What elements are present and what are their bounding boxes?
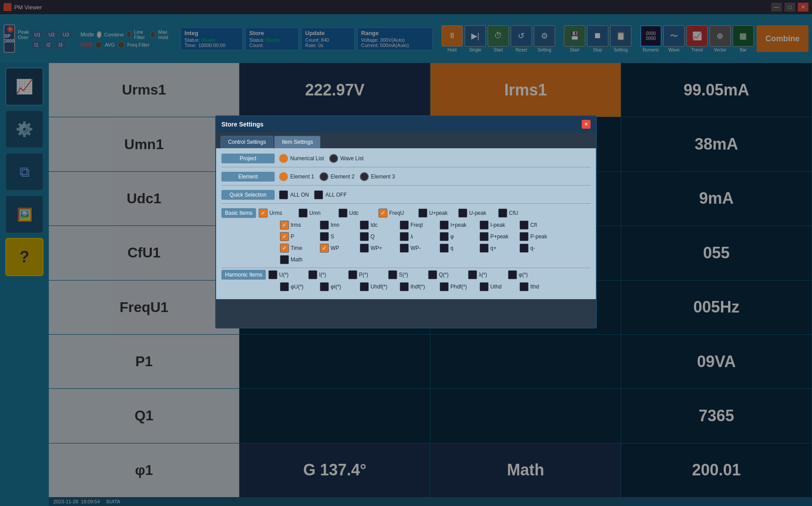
umn-checkbox[interactable] <box>299 209 307 217</box>
element2-option[interactable]: Element 2 <box>319 172 355 181</box>
upeak-item[interactable]: U+peak <box>418 209 458 217</box>
wpplus-checkbox[interactable] <box>360 244 369 253</box>
cfi-item[interactable]: CfI <box>520 221 560 229</box>
freqi-checkbox[interactable] <box>400 221 409 229</box>
pmnpeak-checkbox[interactable] <box>520 232 528 241</box>
ustar-item[interactable]: U(*) <box>268 270 308 279</box>
all-on-checkbox[interactable] <box>279 190 288 199</box>
irms-checkbox[interactable] <box>280 221 289 229</box>
phdfstar-item[interactable]: Phdf(*) <box>440 282 480 291</box>
math-item[interactable]: Math <box>280 255 320 264</box>
udc-checkbox[interactable] <box>339 209 347 217</box>
time-checkbox[interactable] <box>280 244 289 253</box>
wave-list-radio[interactable] <box>329 154 338 163</box>
ihdfstar-item[interactable]: Ihdf(*) <box>400 282 440 291</box>
tab-item-settings[interactable]: Item Settings <box>274 136 320 148</box>
phiustar-item[interactable]: φU(*) <box>280 282 320 291</box>
urms-item[interactable]: Urms <box>259 209 299 217</box>
cfu-item[interactable]: CfU <box>498 209 538 217</box>
q-checkbox[interactable] <box>360 232 369 241</box>
time-item[interactable]: Time <box>280 244 320 253</box>
element1-radio[interactable] <box>279 172 288 181</box>
phi-checkbox[interactable] <box>440 232 449 241</box>
qstar-item[interactable]: Q(*) <box>428 270 468 279</box>
pstar-checkbox[interactable] <box>348 270 357 279</box>
ppeak-checkbox[interactable] <box>480 232 489 241</box>
umnpeak-item[interactable]: U-peak <box>458 209 498 217</box>
all-on-option[interactable]: ALL ON <box>279 190 309 199</box>
all-off-option[interactable]: ALL OFF <box>314 190 347 199</box>
uthd-item[interactable]: Uthd <box>480 282 520 291</box>
lambda-checkbox[interactable] <box>400 232 409 241</box>
math-checkbox[interactable] <box>280 255 289 264</box>
uhdfstar-checkbox[interactable] <box>360 282 369 291</box>
phiistar-item[interactable]: φI(*) <box>320 282 360 291</box>
imnpeak-checkbox[interactable] <box>480 221 489 229</box>
lambdastar-checkbox[interactable] <box>468 270 477 279</box>
imnpeak-item[interactable]: I-peak <box>480 221 520 229</box>
umn-item[interactable]: Umn <box>299 209 339 217</box>
ithd-checkbox[interactable] <box>520 282 528 291</box>
phi-item[interactable]: φ <box>440 232 480 241</box>
uthd-checkbox[interactable] <box>480 282 489 291</box>
s-item[interactable]: S <box>320 232 360 241</box>
q2-item[interactable]: q <box>440 244 480 253</box>
lambda-item[interactable]: λ <box>400 232 440 241</box>
ipeak-checkbox[interactable] <box>440 221 449 229</box>
phistar-item[interactable]: φ(*) <box>508 270 548 279</box>
qmn-checkbox[interactable] <box>520 244 528 253</box>
numerical-list-option[interactable]: Numerical List <box>279 154 324 163</box>
qplus-checkbox[interactable] <box>480 244 489 253</box>
phiustar-checkbox[interactable] <box>280 282 289 291</box>
sstar-checkbox[interactable] <box>388 270 397 279</box>
irms-item[interactable]: Irms <box>280 221 320 229</box>
ppeak-item[interactable]: P+peak <box>480 232 520 241</box>
idc-checkbox[interactable] <box>360 221 369 229</box>
qmn-item[interactable]: q- <box>520 244 560 253</box>
q-item[interactable]: Q <box>360 232 400 241</box>
cfu-checkbox[interactable] <box>498 209 507 217</box>
wpmn-checkbox[interactable] <box>400 244 409 253</box>
lambdastar-item[interactable]: λ(*) <box>468 270 508 279</box>
umnpeak-checkbox[interactable] <box>458 209 467 217</box>
ipeak-item[interactable]: I+peak <box>440 221 480 229</box>
s-checkbox[interactable] <box>320 232 329 241</box>
istar-item[interactable]: I(*) <box>308 270 348 279</box>
q2-checkbox[interactable] <box>440 244 449 253</box>
urms-checkbox[interactable] <box>259 209 268 217</box>
phiistar-checkbox[interactable] <box>320 282 329 291</box>
element2-radio[interactable] <box>319 172 328 181</box>
qplus-item[interactable]: q+ <box>480 244 520 253</box>
freqi-item[interactable]: FreqI <box>400 221 440 229</box>
element1-option[interactable]: Element 1 <box>279 172 314 181</box>
pstar-item[interactable]: P(*) <box>348 270 388 279</box>
wave-list-option[interactable]: Wave List <box>329 154 363 163</box>
upeak-checkbox[interactable] <box>418 209 427 217</box>
phistar-checkbox[interactable] <box>508 270 517 279</box>
frequ-checkbox[interactable] <box>378 209 387 217</box>
all-off-checkbox[interactable] <box>314 190 323 199</box>
phdfstar-checkbox[interactable] <box>440 282 449 291</box>
cfi-checkbox[interactable] <box>520 221 528 229</box>
frequ-item[interactable]: FreqU <box>378 209 418 217</box>
qstar-checkbox[interactable] <box>428 270 437 279</box>
element3-radio[interactable] <box>360 172 369 181</box>
imn-item[interactable]: Imn <box>320 221 360 229</box>
udc-item[interactable]: Udc <box>339 209 378 217</box>
modal-close-button[interactable]: ✕ <box>582 120 591 129</box>
wp-item[interactable]: WP <box>320 244 360 253</box>
ihdfstar-checkbox[interactable] <box>400 282 409 291</box>
wpplus-item[interactable]: WP+ <box>360 244 400 253</box>
ustar-checkbox[interactable] <box>268 270 277 279</box>
pmnpeak-item[interactable]: P-peak <box>520 232 560 241</box>
istar-checkbox[interactable] <box>308 270 317 279</box>
p-item[interactable]: P <box>280 232 320 241</box>
sstar-item[interactable]: S(*) <box>388 270 428 279</box>
wp-checkbox[interactable] <box>320 244 329 253</box>
tab-control-settings[interactable]: Control Settings <box>221 136 273 148</box>
imn-checkbox[interactable] <box>320 221 329 229</box>
uhdfstar-item[interactable]: Uhdf(*) <box>360 282 400 291</box>
numerical-list-radio[interactable] <box>279 154 288 163</box>
wpmn-item[interactable]: WP- <box>400 244 440 253</box>
idc-item[interactable]: Idc <box>360 221 400 229</box>
